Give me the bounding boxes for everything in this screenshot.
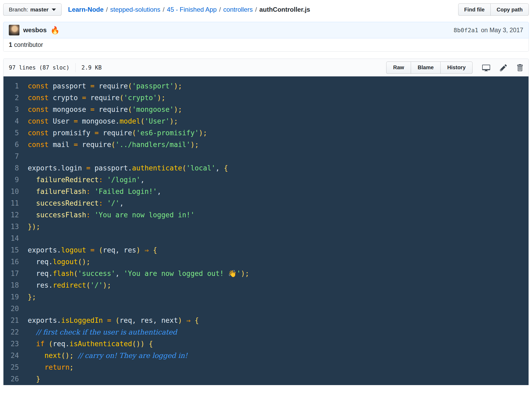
breadcrumb-link-stepped-solutions[interactable]: stepped-solutions (110, 6, 160, 13)
line-number[interactable]: 6 (3, 139, 19, 150)
raw-button[interactable]: Raw (386, 62, 411, 74)
line-number[interactable]: 22 (3, 326, 19, 338)
line-number[interactable]: 8 (3, 162, 19, 174)
code-line: 23 if (req.isAuthenticated()) { (3, 338, 529, 350)
history-button[interactable]: History (440, 62, 473, 74)
code-line-content: res.redirect('/'); (19, 279, 111, 291)
code-line-content: failureRedirect: '/login', (19, 174, 144, 186)
code-block: 1const passport = require('passport');2c… (3, 76, 529, 385)
line-number[interactable]: 19 (3, 291, 19, 303)
line-number[interactable]: 4 (3, 115, 19, 127)
breadcrumb-separator: / (253, 6, 259, 13)
line-number[interactable]: 9 (3, 174, 19, 186)
code-line-content: const crypto = require('crypto'); (19, 92, 166, 104)
code-line: 8exports.login = passport.authenticate('… (3, 162, 529, 174)
code-line: 20 (3, 303, 529, 315)
breadcrumb-link-learn-node[interactable]: Learn-Node (68, 6, 103, 13)
code-line-content: failureFlash: 'Failed Login!', (19, 186, 161, 197)
copy-path-button[interactable]: Copy path (490, 3, 529, 16)
breadcrumb-link-45-finished-app[interactable]: 45 - Finished App (167, 6, 217, 13)
line-number[interactable]: 15 (3, 244, 19, 256)
file-navigation-bar: Branch: master Learn-Node/stepped-soluti… (3, 3, 529, 16)
edit-file-button[interactable] (500, 64, 507, 72)
file-box: 97 lines (87 sloc) 2.9 KB RawBlameHistor… (3, 59, 529, 385)
line-number[interactable]: 12 (3, 209, 19, 221)
line-number[interactable]: 13 (3, 221, 19, 232)
file-action-group: RawBlameHistory (386, 62, 473, 74)
commit-message-emoji: 🔥 (50, 26, 60, 35)
code-line: 24 next(); // carry on! They are logged … (3, 350, 529, 361)
line-number[interactable]: 23 (3, 338, 19, 350)
line-number[interactable]: 3 (3, 104, 19, 115)
code-line-content: return; (19, 361, 74, 373)
code-line-content: const mongoose = require('mongoose'); (19, 104, 182, 115)
find-file-button[interactable]: Find file (458, 3, 491, 16)
code-line: 18 res.redirect('/'); (3, 279, 529, 291)
code-line-content: exports.login = passport.authenticate('l… (19, 162, 228, 174)
blame-button[interactable]: Blame (411, 62, 441, 74)
code-line-content: exports.logout = (req, res) ⇒ { (19, 244, 157, 256)
line-number[interactable]: 24 (3, 350, 19, 361)
pencil-icon (500, 64, 507, 72)
code-line-content: req.logout(); (19, 256, 90, 268)
breadcrumb-separator: / (160, 6, 167, 13)
code-line: 16 req.logout(); (3, 256, 529, 268)
code-line-content: }); (19, 221, 40, 232)
line-number[interactable]: 5 (3, 127, 19, 139)
code-line: 9 failureRedirect: '/login', (3, 174, 529, 186)
breadcrumb-link-controllers[interactable]: controllers (223, 6, 253, 13)
code-line-content: successFlash: 'You are now logged in!' (19, 209, 195, 221)
code-line: 22 // first check if the user is authent… (3, 326, 529, 338)
code-line-content (19, 303, 28, 315)
code-line: 1const passport = require('passport'); (3, 80, 529, 92)
code-line: 13}); (3, 221, 529, 232)
contributor-count: 1 (9, 41, 12, 48)
stats-divider (75, 63, 76, 72)
line-number[interactable]: 10 (3, 186, 19, 197)
code-line: 11 successRedirect: '/', (3, 197, 529, 209)
line-number[interactable]: 11 (3, 197, 19, 209)
commit-hash-link[interactable]: 8b0f2a1 (454, 27, 478, 34)
code-line-content: if (req.isAuthenticated()) { (19, 338, 153, 350)
branch-selector-button[interactable]: Branch: master (3, 3, 62, 16)
code-line-content: }; (19, 291, 36, 303)
line-number[interactable]: 16 (3, 256, 19, 268)
code-line: 25 return; (3, 361, 529, 373)
code-line: 7 (3, 150, 529, 162)
line-number[interactable]: 25 (3, 361, 19, 373)
line-number[interactable]: 27 (3, 385, 19, 385)
line-number[interactable]: 2 (3, 92, 19, 104)
code-line-content (19, 232, 28, 244)
github-file-page: Branch: master Learn-Node/stepped-soluti… (0, 3, 532, 400)
chevron-down-icon (52, 9, 56, 11)
line-number[interactable]: 17 (3, 268, 19, 279)
code-line-content: const User = mongoose.model('User'); (19, 115, 178, 127)
code-line-content: req.flash('success', 'You are now logged… (19, 268, 249, 279)
delete-file-button[interactable] (516, 64, 523, 72)
code-line-content: } (19, 373, 40, 385)
line-number[interactable]: 14 (3, 232, 19, 244)
code-line-content: next(); // carry on! They are logged in! (19, 350, 188, 361)
code-line-content (19, 150, 28, 162)
line-number[interactable]: 1 (3, 80, 19, 92)
code-line-content: const mail = require('../handlers/mail')… (19, 139, 199, 150)
line-number[interactable]: 20 (3, 303, 19, 315)
code-line-content: // first check if the user is authentica… (19, 326, 177, 338)
line-number[interactable]: 26 (3, 373, 19, 385)
contributors-row[interactable]: 1 contributor (3, 38, 529, 52)
code-line: 3const mongoose = require('mongoose'); (3, 104, 529, 115)
line-number[interactable]: 18 (3, 279, 19, 291)
line-number[interactable]: 7 (3, 150, 19, 162)
breadcrumb-separator: / (217, 6, 223, 13)
open-in-desktop-button[interactable] (482, 64, 491, 72)
avatar[interactable] (9, 25, 19, 35)
code-line: 6const mail = require('../handlers/mail'… (3, 139, 529, 150)
commit-author-link[interactable]: wesbos (23, 26, 47, 34)
breadcrumb-file-name: authController.js (259, 6, 310, 13)
line-number[interactable]: 21 (3, 315, 19, 326)
file-size: 2.9 KB (82, 64, 102, 71)
code-line-content: const passport = require('passport'); (19, 80, 182, 92)
code-line-content: req.flash('error', 'Oops you must be log… (19, 385, 291, 385)
code-line: 19}; (3, 291, 529, 303)
code-line: 10 failureFlash: 'Failed Login!', (3, 186, 529, 197)
